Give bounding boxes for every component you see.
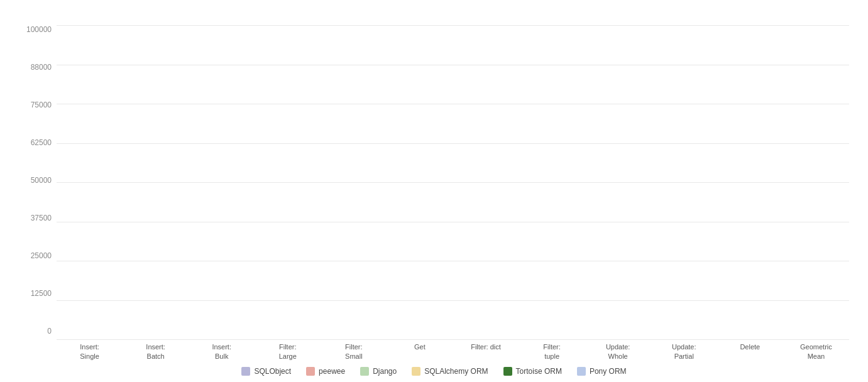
x-axis: Insert:SingleInsert:BatchInsert:BulkFilt… <box>57 342 849 361</box>
legend-swatch <box>503 367 512 376</box>
x-axis-label: Update:Whole <box>585 342 651 361</box>
y-axis-label: 25000 <box>31 251 52 260</box>
x-axis-label: Filter:Large <box>255 342 321 361</box>
grid-and-bars <box>57 25 849 340</box>
legend-swatch <box>577 367 586 376</box>
x-axis-label: Insert:Batch <box>123 342 189 361</box>
y-axis-label: 75000 <box>31 101 52 109</box>
legend-label: Tortoise ORM <box>516 367 562 376</box>
y-axis-label: 0 <box>47 327 52 336</box>
y-axis-label: 12500 <box>31 289 52 298</box>
y-axis-label: 37500 <box>31 214 52 222</box>
x-axis-label: Delete <box>717 342 783 361</box>
legend-item: Tortoise ORM <box>503 367 562 376</box>
legend-item: Pony ORM <box>577 367 627 376</box>
x-axis-label: Insert:Single <box>57 342 123 361</box>
legend-item: SQLAlchemy ORM <box>412 367 488 376</box>
y-axis-label: 100000 <box>26 25 52 34</box>
legend-label: Pony ORM <box>590 367 627 376</box>
x-axis-label: Update:Partial <box>651 342 717 361</box>
legend-swatch <box>306 367 315 376</box>
chart-body: Insert:SingleInsert:BatchInsert:BulkFilt… <box>57 25 849 361</box>
y-axis-label: 88000 <box>31 63 52 72</box>
legend: SQLObjectpeeweeDjangoSQLAlchemy ORMTorto… <box>241 367 626 376</box>
legend-label: SQLObject <box>254 367 291 376</box>
legend-label: Django <box>373 367 397 376</box>
x-axis-label: Get <box>387 342 453 361</box>
chart-container: 1000008800075000625005000037500250001250… <box>0 0 868 382</box>
x-axis-label: Insert:Bulk <box>189 342 255 361</box>
legend-item: Django <box>360 367 397 376</box>
legend-swatch <box>360 367 369 376</box>
legend-label: peewee <box>319 367 345 376</box>
legend-label: SQLAlchemy ORM <box>424 367 488 376</box>
legend-swatch <box>412 367 420 376</box>
legend-item: peewee <box>306 367 345 376</box>
bars-row <box>57 25 849 340</box>
legend-swatch <box>241 367 250 376</box>
y-axis-label: 62500 <box>31 138 52 147</box>
x-axis-label: GeometricMean <box>783 342 849 361</box>
x-axis-label: Filter:Small <box>321 342 387 361</box>
y-axis: 1000008800075000625005000037500250001250… <box>19 25 57 361</box>
x-axis-label: Filter:tuple <box>519 342 585 361</box>
chart-area: 1000008800075000625005000037500250001250… <box>19 25 849 361</box>
legend-item: SQLObject <box>241 367 291 376</box>
x-axis-label: Filter: dict <box>453 342 519 361</box>
y-axis-label: 50000 <box>31 176 52 185</box>
